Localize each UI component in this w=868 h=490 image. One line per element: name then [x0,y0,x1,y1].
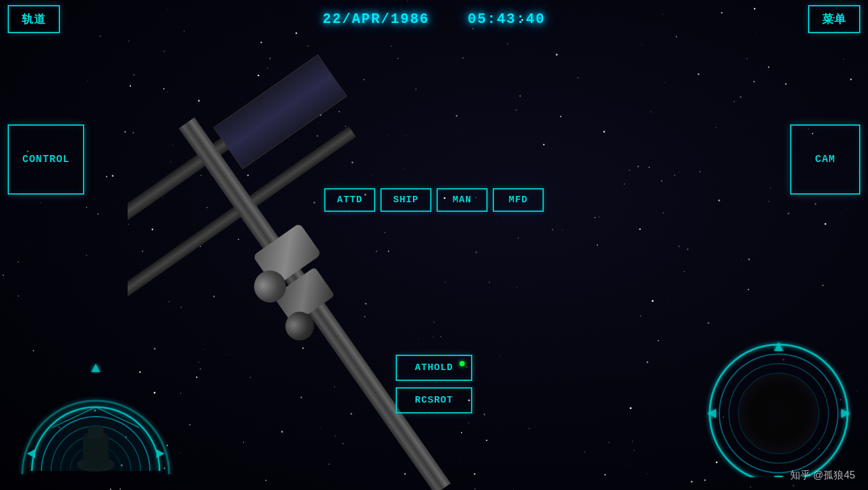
ship-button[interactable]: SHIP [380,188,431,212]
svg-point-13 [739,374,818,453]
athold-indicator [460,361,465,366]
top-bar: 轨道 22/APR/1986 05:43:40 菜单 [0,0,868,38]
bottom-center-buttons: ATHOLD RCSROT [396,355,472,413]
right-joystick[interactable] [696,337,855,477]
station-area [128,0,740,490]
top-center-display: 22/APR/1986 05:43:40 [323,11,546,27]
date-display: 22/APR/1986 [323,11,430,27]
man-button[interactable]: MAN [437,188,488,212]
right-joystick-svg [696,337,862,477]
attd-button[interactable]: ATTD [324,188,375,212]
left-joystick-svg [13,337,179,477]
time-display: 05:43:40 [468,11,546,27]
orbit-button[interactable]: 轨道 [8,5,60,33]
menu-button[interactable]: 菜单 [808,5,860,33]
space-station [128,0,740,490]
mfd-button[interactable]: MFD [493,188,544,212]
control-button[interactable]: CONTROL [8,124,84,195]
athold-button[interactable]: ATHOLD [396,355,472,381]
left-joystick[interactable] [13,337,172,477]
svg-marker-15 [774,476,783,477]
center-buttons-row: ATTD SHIP MAN MFD [324,188,544,212]
svg-marker-3 [91,364,100,372]
cam-button[interactable]: CAM [790,124,860,195]
rcsrot-button[interactable]: RCSROT [396,387,472,413]
